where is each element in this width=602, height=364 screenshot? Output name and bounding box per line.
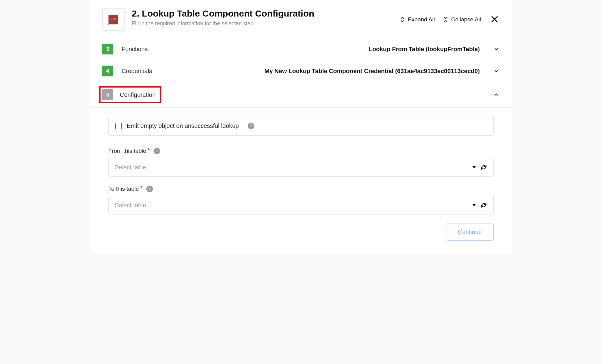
svg-text:Aa: Aa bbox=[111, 17, 116, 21]
section-label-functions: Functions bbox=[122, 46, 170, 53]
collapse-icon bbox=[443, 16, 448, 23]
to-table-label: To this table* i bbox=[108, 186, 494, 192]
close-icon bbox=[491, 15, 498, 23]
emit-empty-label: Emit empty object on unsuccessful lookup bbox=[127, 122, 239, 129]
emit-empty-checkbox[interactable] bbox=[115, 123, 122, 129]
to-table-field: To this table* i Select table bbox=[108, 186, 494, 214]
close-button[interactable] bbox=[489, 14, 500, 25]
step-badge-3: 3 bbox=[102, 44, 113, 54]
chevron-up-icon bbox=[493, 91, 500, 98]
info-icon[interactable]: i bbox=[154, 148, 160, 154]
from-table-select[interactable]: Select table bbox=[108, 158, 494, 177]
select-placeholder: Select table bbox=[115, 202, 146, 209]
section-label-configuration: Configuration bbox=[120, 91, 156, 98]
page-title: 2. Lookup Table Component Configuration bbox=[132, 8, 393, 19]
caret-down-icon bbox=[472, 204, 476, 206]
collapse-all-label: Collapse All bbox=[451, 16, 481, 23]
section-credentials[interactable]: 4 Credentials My New Lookup Table Compon… bbox=[90, 60, 512, 82]
select-placeholder: Select table bbox=[115, 164, 146, 171]
refresh-icon bbox=[480, 164, 487, 171]
to-table-select[interactable]: Select table bbox=[108, 196, 494, 214]
refresh-icon bbox=[480, 202, 487, 209]
info-icon[interactable]: i bbox=[146, 186, 153, 192]
chevron-down-icon bbox=[493, 46, 500, 52]
step-badge-4: 4 bbox=[102, 66, 113, 76]
refresh-button[interactable] bbox=[480, 202, 487, 209]
section-functions[interactable]: 3 Functions Lookup From Table (lookupFro… bbox=[90, 38, 512, 60]
continue-button[interactable]: Continue bbox=[446, 224, 494, 241]
expand-icon bbox=[400, 16, 405, 23]
panel-header: Aa 2. Lookup Table Component Configurati… bbox=[90, 0, 512, 38]
configuration-panel: Aa 2. Lookup Table Component Configurati… bbox=[90, 0, 512, 253]
svg-rect-0 bbox=[109, 24, 118, 25]
from-table-label: From this table* i bbox=[108, 148, 494, 154]
collapse-all-button[interactable]: Collapse All bbox=[443, 16, 481, 23]
header-actions: Expand All Collapse All bbox=[400, 14, 500, 25]
refresh-button[interactable] bbox=[480, 164, 487, 171]
chevron-down-icon bbox=[493, 68, 500, 74]
configuration-highlight: 5 Configuration bbox=[99, 86, 161, 103]
section-label-credentials: Credentials bbox=[122, 68, 170, 75]
section-configuration[interactable]: 5 Configuration bbox=[90, 82, 512, 108]
section-value-credentials: My New Lookup Table Component Credential… bbox=[178, 68, 485, 75]
page-subtitle: Fill in the required information for the… bbox=[132, 20, 393, 27]
configuration-body: Emit empty object on unsuccessful lookup… bbox=[90, 108, 512, 253]
emit-empty-card: Emit empty object on unsuccessful lookup… bbox=[108, 116, 494, 136]
component-icon: Aa bbox=[102, 8, 125, 31]
expand-all-label: Expand All bbox=[408, 16, 435, 23]
dictionary-book-icon: Aa bbox=[106, 12, 121, 27]
title-block: 2. Lookup Table Component Configuration … bbox=[132, 8, 393, 27]
step-badge-5: 5 bbox=[102, 89, 113, 100]
section-value-functions: Lookup From Table (lookupFromTable) bbox=[178, 46, 485, 53]
info-icon[interactable]: i bbox=[248, 123, 254, 129]
from-table-field: From this table* i Select table bbox=[108, 148, 494, 177]
caret-down-icon bbox=[472, 166, 476, 168]
expand-all-button[interactable]: Expand All bbox=[400, 16, 435, 23]
